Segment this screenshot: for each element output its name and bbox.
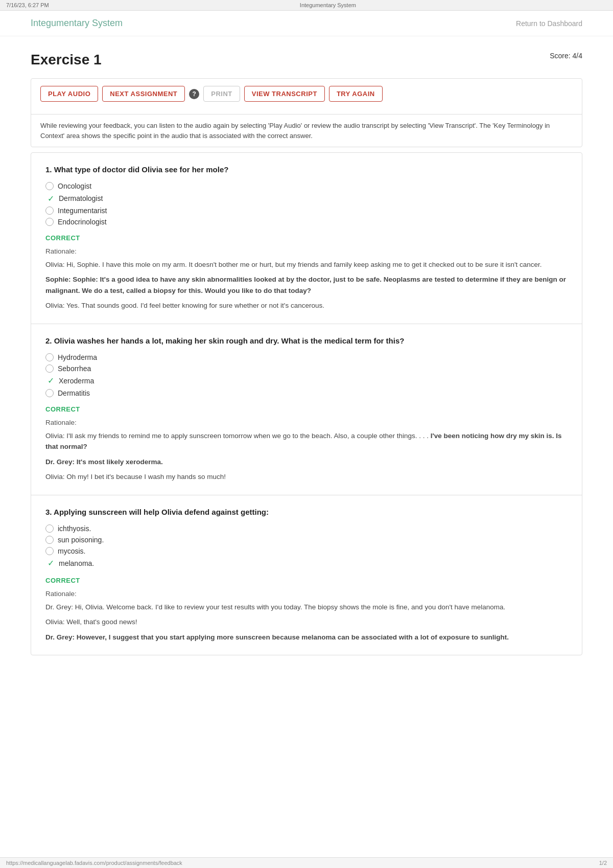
app-title: Integumentary System <box>31 18 123 29</box>
option-item-1-3[interactable]: Integumentarist <box>45 207 568 215</box>
option-label: Endocrinologist <box>58 218 107 226</box>
rationale-para: Sophie: Sophie: It's a good idea to have… <box>45 274 568 296</box>
option-item-1-4[interactable]: Endocrinologist <box>45 218 568 226</box>
rationale-section-1: Rationale:Olivia: Hi, Sophie. I have thi… <box>45 246 568 311</box>
check-icon: ✓ <box>45 558 56 568</box>
option-item-3-4[interactable]: ✓melanoma. <box>45 558 568 568</box>
rationale-para: Olivia: Well, that's good news! <box>45 616 568 628</box>
view-transcript-button[interactable]: VIEW TRANSCRIPT <box>244 86 325 102</box>
question-text-3: 3. Applying sunscreen will help Olivia d… <box>45 508 568 516</box>
feedback-text: While reviewing your feedback, you can l… <box>40 121 573 141</box>
radio-circle <box>45 364 54 373</box>
rationale-section-2: Rationale:Olivia: I'll ask my friends to… <box>45 417 568 483</box>
radio-circle <box>45 182 54 190</box>
rationale-para: Dr. Grey: Hi, Olivia. Welcome back. I'd … <box>45 602 568 613</box>
play-audio-button[interactable]: PLAY AUDIO <box>40 86 98 102</box>
toolbar-container: PLAY AUDIO NEXT ASSIGNMENT ? PRINT VIEW … <box>31 78 582 147</box>
rationale-para: Olivia: I'll ask my friends to remind me… <box>45 430 568 452</box>
help-icon[interactable]: ? <box>189 89 199 99</box>
rationale-label-1: Rationale: <box>45 246 568 257</box>
rationale-para: Olivia: Hi, Sophie. I have this mole on … <box>45 259 568 270</box>
browser-datetime: 7/16/23, 6:27 PM <box>6 2 49 8</box>
option-list-2: HydrodermaSeborrhea✓XerodermaDermatitis <box>45 353 568 397</box>
rationale-para: Olivia: Yes. That sounds good. I'd feel … <box>45 300 568 311</box>
browser-page-title: Integumentary System <box>300 2 356 8</box>
score-display: Score: 4/4 <box>550 52 582 60</box>
option-label: Seborrhea <box>58 364 91 373</box>
option-label: Oncologist <box>58 182 91 190</box>
return-dashboard-link[interactable]: Return to Dashboard <box>516 19 582 28</box>
option-list-1: Oncologist✓DermatologistIntegumentaristE… <box>45 182 568 226</box>
question-block-3: 3. Applying sunscreen will help Olivia d… <box>31 495 582 655</box>
option-item-2-1[interactable]: Hydroderma <box>45 353 568 361</box>
try-again-button[interactable]: TRY AGAIN <box>329 86 383 102</box>
option-label: melanoma. <box>59 559 94 567</box>
option-label: Xeroderma <box>59 377 94 385</box>
option-item-1-2[interactable]: ✓Dermatologist <box>45 193 568 203</box>
option-label: mycosis. <box>58 547 85 555</box>
result-label-2: CORRECT <box>45 405 568 413</box>
rationale-para: Dr. Grey: It's most likely xeroderma. <box>45 456 568 468</box>
question-block-2: 2. Olivia washes her hands a lot, making… <box>31 324 582 495</box>
toolbar-buttons-row: PLAY AUDIO NEXT ASSIGNMENT ? PRINT VIEW … <box>31 79 582 115</box>
result-label-3: CORRECT <box>45 577 568 584</box>
rationale-para: Dr. Grey: However, I suggest that you st… <box>45 632 568 643</box>
main-content: Exercise 1 Score: 4/4 PLAY AUDIO NEXT AS… <box>0 36 613 671</box>
option-item-1-1[interactable]: Oncologist <box>45 182 568 190</box>
print-button[interactable]: PRINT <box>203 86 240 102</box>
rationale-label-3: Rationale: <box>45 588 568 600</box>
question-text-1: 1. What type of doctor did Olivia see fo… <box>45 165 568 174</box>
check-icon: ✓ <box>45 376 56 386</box>
radio-circle <box>45 524 54 533</box>
browser-bar: 7/16/23, 6:27 PM Integumentary System <box>0 0 613 11</box>
check-icon: ✓ <box>45 193 56 203</box>
radio-circle <box>45 536 54 544</box>
option-item-2-3[interactable]: ✓Xeroderma <box>45 376 568 386</box>
exercise-header: Exercise 1 Score: 4/4 <box>31 52 582 68</box>
radio-circle <box>45 218 54 226</box>
radio-circle <box>45 207 54 215</box>
option-label: Hydroderma <box>58 353 97 361</box>
option-label: Dermatitis <box>58 389 90 397</box>
rationale-label-2: Rationale: <box>45 417 568 428</box>
toolbar-buttons: PLAY AUDIO NEXT ASSIGNMENT ? PRINT VIEW … <box>40 86 573 102</box>
question-text-2: 2. Olivia washes her hands a lot, making… <box>45 336 568 345</box>
radio-circle <box>45 547 54 555</box>
option-item-3-1[interactable]: ichthyosis. <box>45 524 568 533</box>
result-label-1: CORRECT <box>45 234 568 242</box>
next-assignment-button[interactable]: NEXT ASSIGNMENT <box>102 86 185 102</box>
questions-container: 1. What type of doctor did Olivia see fo… <box>31 152 582 655</box>
option-list-3: ichthyosis.sun poisoning.mycosis.✓melano… <box>45 524 568 568</box>
option-item-2-4[interactable]: Dermatitis <box>45 389 568 397</box>
option-label: sun poisoning. <box>58 536 104 544</box>
question-block-1: 1. What type of doctor did Olivia see fo… <box>31 153 582 324</box>
toolbar-feedback: While reviewing your feedback, you can l… <box>31 115 582 147</box>
rationale-section-3: Rationale:Dr. Grey: Hi, Olivia. Welcome … <box>45 588 568 643</box>
option-label: ichthyosis. <box>58 524 91 533</box>
option-item-3-3[interactable]: mycosis. <box>45 547 568 555</box>
option-item-2-2[interactable]: Seborrhea <box>45 364 568 373</box>
app-header: Integumentary System Return to Dashboard <box>0 11 613 36</box>
option-label: Integumentarist <box>58 207 107 215</box>
rationale-para: Olivia: Oh my! I bet it's because I wash… <box>45 471 568 483</box>
exercise-title: Exercise 1 <box>31 52 102 68</box>
radio-circle <box>45 353 54 361</box>
option-item-3-2[interactable]: sun poisoning. <box>45 536 568 544</box>
radio-circle <box>45 389 54 397</box>
option-label: Dermatologist <box>59 194 103 202</box>
